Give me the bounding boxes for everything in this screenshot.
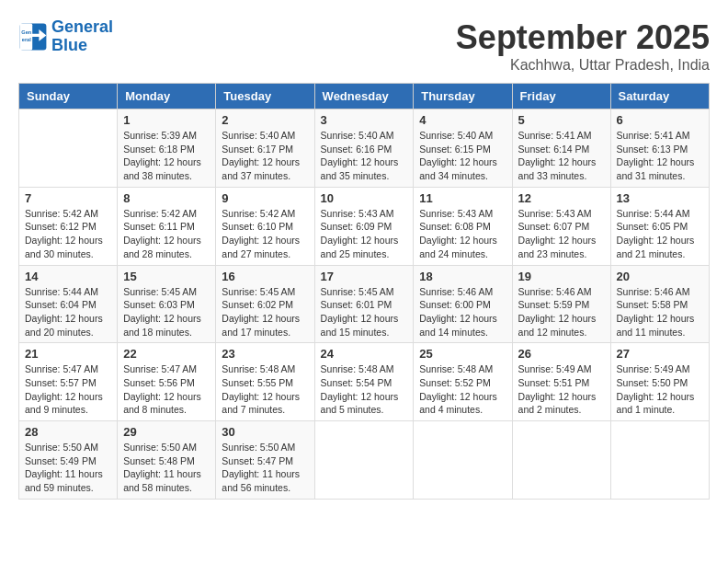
day-number: 26 <box>518 347 605 361</box>
day-info: Sunrise: 5:43 AMSunset: 6:07 PMDaylight:… <box>518 208 597 259</box>
day-number: 9 <box>222 191 308 205</box>
day-number: 23 <box>222 347 308 361</box>
calendar-cell: 27 Sunrise: 5:49 AMSunset: 5:50 PMDaylig… <box>610 343 709 421</box>
title-section: September 2025 Kachhwa, Uttar Pradesh, I… <box>456 18 710 74</box>
day-number: 16 <box>222 270 308 283</box>
calendar-cell <box>610 421 709 500</box>
calendar-cell: 24 Sunrise: 5:48 AMSunset: 5:54 PMDaylig… <box>314 343 414 421</box>
calendar-cell <box>414 421 512 500</box>
day-number: 6 <box>617 113 703 127</box>
day-number: 12 <box>518 191 605 205</box>
calendar-cell: 2 Sunrise: 5:40 AMSunset: 6:17 PMDayligh… <box>216 109 314 188</box>
day-info: Sunrise: 5:50 AMSunset: 5:48 PMDaylight:… <box>123 442 201 493</box>
day-number: 7 <box>25 191 111 205</box>
day-info: Sunrise: 5:40 AMSunset: 6:16 PMDaylight:… <box>321 130 399 181</box>
day-info: Sunrise: 5:42 AMSunset: 6:10 PMDaylight:… <box>222 208 300 259</box>
day-number: 15 <box>123 270 210 283</box>
location: Kachhwa, Uttar Pradesh, India <box>456 57 710 74</box>
day-info: Sunrise: 5:47 AMSunset: 5:56 PMDaylight:… <box>123 363 201 415</box>
day-number: 19 <box>518 270 605 283</box>
calendar-week-row: 1 Sunrise: 5:39 AMSunset: 6:18 PMDayligh… <box>19 109 710 188</box>
day-info: Sunrise: 5:44 AMSunset: 6:04 PMDaylight:… <box>25 286 103 338</box>
calendar-cell: 7 Sunrise: 5:42 AMSunset: 6:12 PMDayligh… <box>19 187 118 265</box>
day-number: 30 <box>222 425 308 439</box>
day-number: 24 <box>321 347 408 361</box>
day-info: Sunrise: 5:42 AMSunset: 6:11 PMDaylight:… <box>123 208 201 259</box>
day-number: 21 <box>25 347 111 361</box>
logo-text-line2: Blue <box>51 37 113 55</box>
day-info: Sunrise: 5:40 AMSunset: 6:15 PMDaylight:… <box>419 130 497 181</box>
day-number: 11 <box>419 191 506 205</box>
calendar-cell: 17 Sunrise: 5:45 AMSunset: 6:01 PMDaylig… <box>314 265 414 343</box>
header-cell: Sunday <box>19 84 118 109</box>
calendar-cell: 16 Sunrise: 5:45 AMSunset: 6:02 PMDaylig… <box>216 265 314 343</box>
calendar-week-row: 28 Sunrise: 5:50 AMSunset: 5:49 PMDaylig… <box>19 421 710 500</box>
day-info: Sunrise: 5:43 AMSunset: 6:08 PMDaylight:… <box>419 208 497 259</box>
calendar-cell: 15 Sunrise: 5:45 AMSunset: 6:03 PMDaylig… <box>118 265 216 343</box>
day-info: Sunrise: 5:41 AMSunset: 6:14 PMDaylight:… <box>518 130 597 181</box>
day-info: Sunrise: 5:41 AMSunset: 6:13 PMDaylight:… <box>617 130 695 181</box>
day-number: 3 <box>321 113 408 127</box>
calendar-cell: 3 Sunrise: 5:40 AMSunset: 6:16 PMDayligh… <box>314 109 414 188</box>
calendar-cell: 30 Sunrise: 5:50 AMSunset: 5:47 PMDaylig… <box>216 421 314 500</box>
day-info: Sunrise: 5:40 AMSunset: 6:17 PMDaylight:… <box>222 130 300 181</box>
day-number: 2 <box>222 113 308 127</box>
header-cell: Tuesday <box>216 84 314 109</box>
logo-icon: Gen eral <box>18 22 48 52</box>
day-info: Sunrise: 5:47 AMSunset: 5:57 PMDaylight:… <box>25 363 103 415</box>
header-cell: Friday <box>512 84 610 109</box>
calendar-cell: 1 Sunrise: 5:39 AMSunset: 6:18 PMDayligh… <box>118 109 216 188</box>
header-cell: Thursday <box>414 84 512 109</box>
calendar-week-row: 7 Sunrise: 5:42 AMSunset: 6:12 PMDayligh… <box>19 187 710 265</box>
calendar-cell: 21 Sunrise: 5:47 AMSunset: 5:57 PMDaylig… <box>19 343 118 421</box>
calendar-cell: 8 Sunrise: 5:42 AMSunset: 6:11 PMDayligh… <box>118 187 216 265</box>
day-info: Sunrise: 5:48 AMSunset: 5:52 PMDaylight:… <box>419 363 497 415</box>
calendar-week-row: 21 Sunrise: 5:47 AMSunset: 5:57 PMDaylig… <box>19 343 710 421</box>
calendar-cell: 12 Sunrise: 5:43 AMSunset: 6:07 PMDaylig… <box>512 187 610 265</box>
calendar-week-row: 14 Sunrise: 5:44 AMSunset: 6:04 PMDaylig… <box>19 265 710 343</box>
calendar-cell: 9 Sunrise: 5:42 AMSunset: 6:10 PMDayligh… <box>216 187 314 265</box>
day-number: 17 <box>321 270 408 283</box>
calendar-cell: 28 Sunrise: 5:50 AMSunset: 5:49 PMDaylig… <box>19 421 118 500</box>
calendar-cell <box>512 421 610 500</box>
day-number: 4 <box>419 113 506 127</box>
day-info: Sunrise: 5:50 AMSunset: 5:47 PMDaylight:… <box>222 442 300 493</box>
calendar-cell: 14 Sunrise: 5:44 AMSunset: 6:04 PMDaylig… <box>19 265 118 343</box>
day-info: Sunrise: 5:45 AMSunset: 6:02 PMDaylight:… <box>222 286 300 338</box>
day-number: 28 <box>25 425 111 439</box>
day-info: Sunrise: 5:46 AMSunset: 5:59 PMDaylight:… <box>518 286 597 338</box>
month-title: September 2025 <box>456 18 710 57</box>
calendar-cell: 6 Sunrise: 5:41 AMSunset: 6:13 PMDayligh… <box>610 109 709 188</box>
day-info: Sunrise: 5:46 AMSunset: 5:58 PMDaylight:… <box>617 286 695 338</box>
day-number: 20 <box>617 270 703 283</box>
page-header: Gen eral General Blue September 2025 Kac… <box>18 18 710 74</box>
day-info: Sunrise: 5:46 AMSunset: 6:00 PMDaylight:… <box>419 286 497 338</box>
calendar-cell: 20 Sunrise: 5:46 AMSunset: 5:58 PMDaylig… <box>610 265 709 343</box>
calendar-table: SundayMondayTuesdayWednesdayThursdayFrid… <box>18 83 710 500</box>
day-info: Sunrise: 5:42 AMSunset: 6:12 PMDaylight:… <box>25 208 103 259</box>
day-number: 10 <box>321 191 408 205</box>
calendar-cell: 25 Sunrise: 5:48 AMSunset: 5:52 PMDaylig… <box>414 343 512 421</box>
day-info: Sunrise: 5:39 AMSunset: 6:18 PMDaylight:… <box>123 130 201 181</box>
day-info: Sunrise: 5:49 AMSunset: 5:51 PMDaylight:… <box>518 363 597 415</box>
day-number: 27 <box>617 347 703 361</box>
day-info: Sunrise: 5:48 AMSunset: 5:55 PMDaylight:… <box>222 363 300 415</box>
header-cell: Monday <box>118 84 216 109</box>
day-info: Sunrise: 5:43 AMSunset: 6:09 PMDaylight:… <box>321 208 399 259</box>
calendar-cell: 13 Sunrise: 5:44 AMSunset: 6:05 PMDaylig… <box>610 187 709 265</box>
calendar-cell: 10 Sunrise: 5:43 AMSunset: 6:09 PMDaylig… <box>314 187 414 265</box>
day-info: Sunrise: 5:49 AMSunset: 5:50 PMDaylight:… <box>617 363 695 415</box>
day-number: 29 <box>123 425 210 439</box>
logo-text-line1: General <box>51 18 113 37</box>
day-number: 25 <box>419 347 506 361</box>
svg-text:eral: eral <box>22 37 31 42</box>
calendar-cell: 29 Sunrise: 5:50 AMSunset: 5:48 PMDaylig… <box>118 421 216 500</box>
day-info: Sunrise: 5:44 AMSunset: 6:05 PMDaylight:… <box>617 208 695 259</box>
header-row: SundayMondayTuesdayWednesdayThursdayFrid… <box>19 84 710 109</box>
calendar-cell: 19 Sunrise: 5:46 AMSunset: 5:59 PMDaylig… <box>512 265 610 343</box>
calendar-cell: 23 Sunrise: 5:48 AMSunset: 5:55 PMDaylig… <box>216 343 314 421</box>
day-number: 14 <box>25 270 111 283</box>
day-number: 22 <box>123 347 210 361</box>
calendar-cell: 5 Sunrise: 5:41 AMSunset: 6:14 PMDayligh… <box>512 109 610 188</box>
day-info: Sunrise: 5:45 AMSunset: 6:03 PMDaylight:… <box>123 286 201 338</box>
